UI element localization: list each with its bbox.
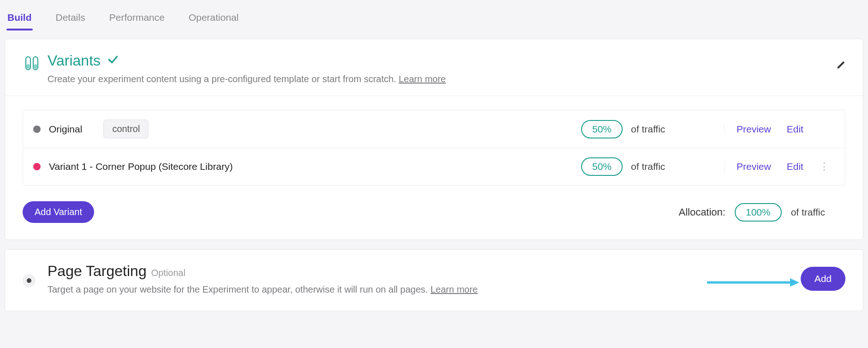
arrow-annotation-icon <box>707 276 799 291</box>
traffic-pill[interactable]: 50% <box>581 120 623 138</box>
traffic-suffix: of traffic <box>631 124 665 135</box>
variant-name: Original <box>49 124 82 135</box>
variants-learn-more-link[interactable]: Learn more <box>398 74 446 84</box>
tab-performance[interactable]: Performance <box>108 0 166 30</box>
add-variant-button[interactable]: Add Variant <box>23 201 94 223</box>
svg-rect-3 <box>34 64 37 69</box>
allocation-label: Allocation: <box>678 206 725 218</box>
preview-link[interactable]: Preview <box>737 161 771 172</box>
variant-row: Variant 1 - Corner Popup (Sitecore Libra… <box>23 148 845 185</box>
tab-details[interactable]: Details <box>55 0 86 30</box>
page-targeting-title: Page Targeting <box>48 263 147 280</box>
checkmark-icon <box>107 52 119 69</box>
variants-subtitle: Create your experiment content using a p… <box>48 74 398 84</box>
allocation-suffix: of traffic <box>791 207 825 218</box>
svg-marker-5 <box>790 278 799 287</box>
page-targeting-card: Page Targeting Optional Target a page on… <box>5 249 863 311</box>
variants-title: Variants <box>48 52 101 69</box>
tabs-bar: Build Details Performance Operational <box>5 0 863 30</box>
optional-label: Optional <box>151 268 186 278</box>
targeting-learn-more-link[interactable]: Learn more <box>430 284 477 294</box>
variant-dot-icon <box>33 163 41 170</box>
test-tubes-icon <box>23 52 48 72</box>
variant-dot-icon <box>33 126 41 133</box>
edit-link[interactable]: Edit <box>787 124 803 135</box>
variants-card: Variants Create your experiment content … <box>5 39 863 240</box>
edit-link[interactable]: Edit <box>787 161 803 172</box>
page-targeting-subtitle: Target a page on your website for the Ex… <box>48 284 430 294</box>
add-targeting-button[interactable]: Add <box>801 267 845 291</box>
pencil-icon[interactable] <box>836 60 846 72</box>
kebab-menu-icon[interactable]: ⋮ <box>819 161 828 173</box>
variant-row: Original control 50% of traffic Preview … <box>23 110 845 148</box>
target-dot-icon <box>23 274 36 287</box>
variant-name: Variant 1 - Corner Popup (Sitecore Libra… <box>49 161 233 172</box>
traffic-suffix: of traffic <box>631 161 665 172</box>
tab-operational[interactable]: Operational <box>188 0 240 30</box>
preview-link[interactable]: Preview <box>737 124 771 135</box>
variants-table: Original control 50% of traffic Preview … <box>23 110 845 186</box>
tab-build[interactable]: Build <box>6 0 33 30</box>
svg-rect-1 <box>27 64 30 69</box>
traffic-pill[interactable]: 50% <box>581 157 623 176</box>
control-chip: control <box>103 120 149 138</box>
allocation-pill[interactable]: 100% <box>735 203 782 222</box>
